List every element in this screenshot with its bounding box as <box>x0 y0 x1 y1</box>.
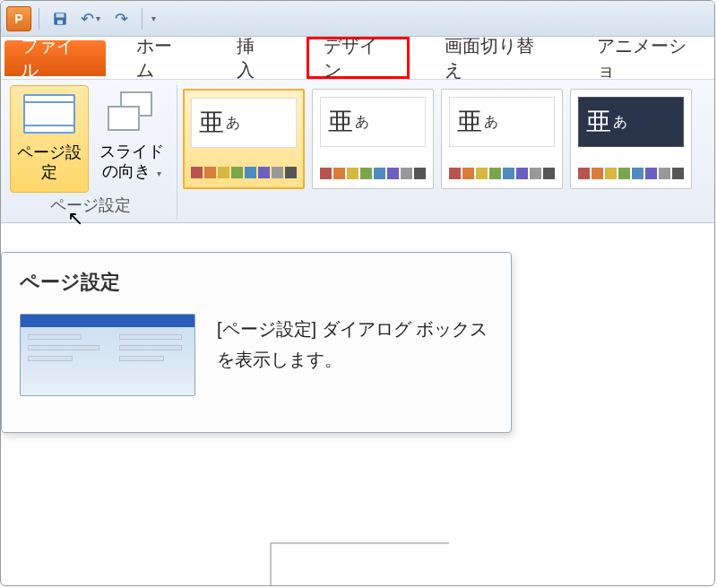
svg-rect-1 <box>56 13 65 18</box>
screentip-thumbnail <box>20 314 195 396</box>
chevron-down-icon: ▾ <box>157 169 161 178</box>
group-page-setup: ページ設定 スライドの向き ▾ ページ設定 <box>4 85 177 220</box>
screentip-description: [ページ設定] ダイアログ ボックスを表示します。 <box>217 314 493 375</box>
theme-preview: 亜あ <box>191 98 297 148</box>
save-button[interactable] <box>47 5 73 32</box>
tab-design[interactable]: デザイン <box>307 37 410 79</box>
slide-orientation-button[interactable]: スライドの向き ▾ <box>92 85 171 193</box>
document-area-edge <box>270 542 449 586</box>
undo-button[interactable]: ↶▾ <box>77 5 104 32</box>
theme-item[interactable]: 亜あ <box>183 89 305 189</box>
tab-insert[interactable]: 挿入 <box>222 37 285 79</box>
customize-qat-dropdown[interactable]: ▾ <box>151 13 156 23</box>
theme-item[interactable]: 亜あ <box>570 89 692 189</box>
powerpoint-app-icon[interactable]: P <box>6 6 31 31</box>
theme-preview: 亜あ <box>578 97 684 147</box>
theme-swatches <box>578 168 684 179</box>
save-icon <box>52 11 68 27</box>
tab-file[interactable]: ファイル <box>4 40 106 76</box>
ribbon-tabs: ファイル ホーム 挿入 デザイン 画面切り替え アニメーショ <box>1 37 714 80</box>
theme-preview: 亜あ <box>320 97 426 147</box>
tab-home[interactable]: ホーム <box>122 37 203 79</box>
group-label: ページ設定 <box>50 195 131 216</box>
undo-icon: ↶ <box>81 9 94 29</box>
separator <box>142 8 143 30</box>
theme-swatches <box>449 168 555 179</box>
screentip: ページ設定 [ページ設定] ダイアログ ボックスを表示します。 <box>1 252 512 433</box>
page-setup-icon <box>23 94 75 134</box>
chevron-down-icon: ▾ <box>96 13 100 23</box>
theme-swatches <box>320 168 426 179</box>
svg-rect-2 <box>57 20 63 24</box>
theme-item[interactable]: 亜あ <box>312 89 434 189</box>
ribbon-design: ページ設定 スライドの向き ▾ ページ設定 亜あ 亜あ 亜あ <box>1 80 714 223</box>
tab-animations[interactable]: アニメーショ <box>583 37 714 79</box>
redo-icon: ↷ <box>115 9 128 29</box>
redo-button[interactable]: ↷ <box>108 5 134 32</box>
tab-transitions[interactable]: 画面切り替え <box>430 37 562 79</box>
quick-access-toolbar: P ↶▾ ↷ ▾ <box>1 1 714 37</box>
page-setup-label: ページ設定 <box>14 143 84 182</box>
theme-preview: 亜あ <box>449 97 555 147</box>
theme-swatches <box>191 167 297 178</box>
orientation-label: スライドの向き ▾ <box>96 143 168 181</box>
orientation-icon <box>108 91 156 134</box>
themes-gallery: 亜あ 亜あ 亜あ 亜あ <box>177 85 697 193</box>
separator <box>39 8 39 30</box>
screentip-title: ページ設定 <box>20 269 493 296</box>
page-setup-button[interactable]: ページ設定 <box>10 85 89 193</box>
theme-item[interactable]: 亜あ <box>441 89 563 189</box>
